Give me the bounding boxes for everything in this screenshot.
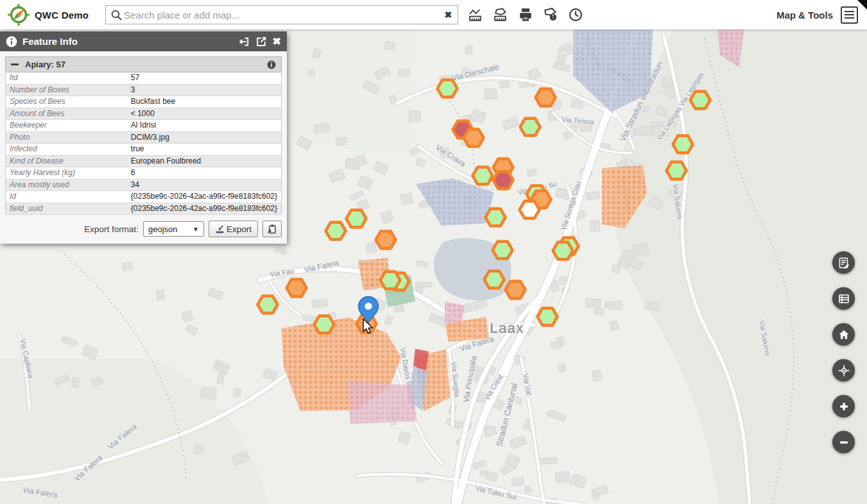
attribute-value: true xyxy=(127,144,282,156)
panel-title: Feature Info xyxy=(22,36,78,47)
export-format-select[interactable]: geojson ▼ xyxy=(143,221,204,237)
attribute-value: 57 xyxy=(127,72,282,84)
attribute-key: Species of Bees xyxy=(6,96,127,108)
attribute-table-button[interactable] xyxy=(832,287,855,310)
identify-region-button[interactable] xyxy=(540,4,561,26)
apiary-marker[interactable] xyxy=(494,172,513,189)
apiary-marker[interactable] xyxy=(347,210,366,228)
menu-icon[interactable] xyxy=(841,6,858,24)
attribute-row: field_uuid{0235be9c-2026-42ac-a99c-f9e81… xyxy=(6,203,282,215)
attribute-key: Id xyxy=(6,191,127,203)
attribute-key: Number of Boxes xyxy=(6,84,127,96)
apiary-marker[interactable] xyxy=(464,130,484,147)
map-tools-label: Map & Tools xyxy=(777,10,833,21)
attribute-row: BeekeeperAl Idrisi xyxy=(6,120,282,132)
detach-window-icon[interactable] xyxy=(255,36,267,47)
locate-button[interactable] xyxy=(832,359,855,382)
info-icon xyxy=(6,36,17,47)
apiary-marker[interactable] xyxy=(258,296,278,314)
apiary-marker[interactable] xyxy=(314,316,334,333)
apiary-marker[interactable] xyxy=(553,242,573,260)
attribute-key: Beekeeper xyxy=(6,120,127,132)
town-label: Laax xyxy=(490,320,524,336)
apiary-marker[interactable] xyxy=(493,242,513,259)
search-icon xyxy=(110,9,123,21)
attribute-row: Amount of Bees< 1000 xyxy=(6,108,282,120)
attribute-key: Yearly Harvest (kg) xyxy=(6,167,127,180)
apiary-marker[interactable] xyxy=(520,119,540,136)
report-tool-button[interactable] xyxy=(832,251,855,274)
feature-info-panel: Feature Info ✖ xyxy=(0,31,287,244)
apiary-marker[interactable] xyxy=(287,280,307,297)
attribute-row: PhotoDCIM/3.jpg xyxy=(6,131,282,144)
attribute-value: 6 xyxy=(127,167,282,180)
attribute-key: field_uuid xyxy=(6,203,127,215)
clear-search-icon[interactable]: ✖ xyxy=(443,10,453,19)
apiary-marker[interactable] xyxy=(326,223,346,240)
zoom-out-button[interactable] xyxy=(832,431,855,453)
attribute-value: {0235be9c-2026-42ac-a99c-f9e8183fc602} xyxy=(127,203,282,215)
attribute-value: 34 xyxy=(127,179,282,191)
apiary-marker[interactable] xyxy=(538,308,558,326)
apiary-marker[interactable] xyxy=(485,271,504,289)
attribute-table: fid57Number of Boxes3Species of BeesBuck… xyxy=(5,72,282,215)
attribute-value: Al Idrisi xyxy=(127,120,282,132)
zoom-in-button[interactable] xyxy=(832,395,855,417)
apiary-marker[interactable] xyxy=(667,162,687,180)
measure-area-button[interactable] xyxy=(490,4,511,26)
copy-to-clipboard-button[interactable] xyxy=(262,221,282,237)
attribute-row: Number of Boxes3 xyxy=(6,84,282,96)
attribute-value: Buckfast bee xyxy=(127,96,282,108)
toolbar xyxy=(465,4,586,26)
apiary-marker[interactable] xyxy=(536,89,556,106)
topbar: QWC Demo ✖ xyxy=(0,0,867,29)
apiary-marker[interactable] xyxy=(506,281,526,299)
attribute-key: Area mostly used xyxy=(6,179,127,191)
corner-decoration xyxy=(857,0,867,10)
attribute-value: 3 xyxy=(127,84,282,96)
print-button[interactable] xyxy=(515,4,536,26)
attribute-row: Yearly Harvest (kg)6 xyxy=(6,167,282,180)
attribute-row: Infectedtrue xyxy=(6,144,282,156)
app-logo: QWC Demo xyxy=(0,4,89,26)
compass-logo-icon xyxy=(8,4,30,26)
search-box: ✖ xyxy=(105,5,458,24)
clipboard-icon xyxy=(267,224,277,234)
attribute-key: Kind of Disease xyxy=(6,155,127,167)
dock-window-icon[interactable] xyxy=(238,36,250,47)
time-manager-button[interactable] xyxy=(565,4,586,26)
feature-section-header[interactable]: Apiary: 57 xyxy=(5,56,282,72)
attribute-row: Area mostly used34 xyxy=(6,179,282,191)
apiary-marker[interactable] xyxy=(473,167,493,185)
panel-body: Apiary: 57 fid57Number of Boxes3Species … xyxy=(0,51,287,244)
measure-line-button[interactable] xyxy=(465,4,486,26)
attribute-row: fid57 xyxy=(6,72,282,84)
apiary-marker[interactable] xyxy=(381,272,400,289)
apiary-marker[interactable] xyxy=(673,136,693,153)
brand-name: QWC Demo xyxy=(35,10,89,21)
attribute-key: Photo xyxy=(6,131,127,144)
apiary-marker[interactable] xyxy=(438,80,458,97)
apiary-marker[interactable] xyxy=(376,231,396,249)
close-icon[interactable]: ✖ xyxy=(273,37,281,47)
attribute-row: Species of BeesBuckfast bee xyxy=(6,96,282,108)
apiary-marker[interactable] xyxy=(520,201,540,219)
collapse-icon[interactable] xyxy=(11,63,19,66)
export-format-label: Export format: xyxy=(84,224,139,234)
export-button[interactable]: Export xyxy=(209,221,258,237)
export-format-value: geojson xyxy=(148,224,178,234)
panel-header[interactable]: Feature Info ✖ xyxy=(0,31,287,51)
apiary-marker[interactable] xyxy=(486,209,506,226)
apiary-marker[interactable] xyxy=(691,92,710,109)
feature-info-icon[interactable] xyxy=(267,60,276,69)
search-input[interactable] xyxy=(123,9,443,21)
attribute-key: Amount of Bees xyxy=(6,108,127,120)
map-overlay-polygon xyxy=(347,381,417,424)
attribute-value: DCIM/3.jpg xyxy=(127,131,282,144)
chevron-down-icon: ▼ xyxy=(193,226,199,233)
topbar-right: Map & Tools xyxy=(777,6,867,24)
home-button[interactable] xyxy=(832,323,855,346)
feature-title: Apiary: 57 xyxy=(25,60,65,69)
attribute-row: Kind of DiseaseEuropean Foulbreed xyxy=(6,155,282,167)
export-row: Export format: geojson ▼ Export xyxy=(5,215,282,244)
